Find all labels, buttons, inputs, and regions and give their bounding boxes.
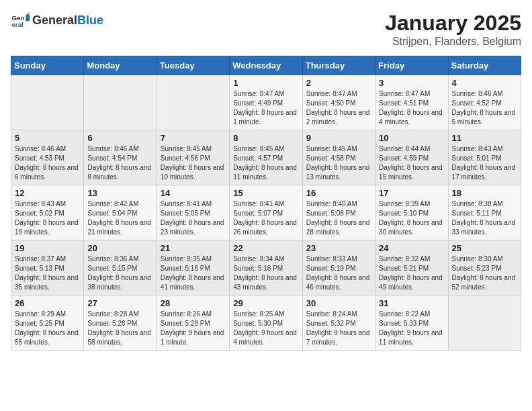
cell-info: Sunrise: 8:41 AMSunset: 5:05 PMDaylight:…: [161, 199, 226, 237]
day-number: 25: [452, 243, 517, 253]
day-number: 3: [379, 78, 444, 88]
weekday-header-thursday: Thursday: [302, 56, 375, 75]
calendar-cell: 12Sunrise: 8:43 AMSunset: 5:02 PMDayligh…: [11, 185, 84, 240]
calendar-cell: 4Sunrise: 8:46 AMSunset: 4:52 PMDaylight…: [448, 75, 521, 130]
cell-info: Sunrise: 8:46 AMSunset: 4:52 PMDaylight:…: [452, 89, 517, 127]
day-number: 30: [306, 298, 371, 308]
cell-info: Sunrise: 8:33 AMSunset: 5:19 PMDaylight:…: [306, 255, 371, 292]
weekday-header-wednesday: Wednesday: [230, 56, 302, 75]
day-number: 22: [233, 243, 298, 253]
cell-info: Sunrise: 8:47 AMSunset: 4:49 PMDaylight:…: [233, 89, 298, 127]
weekday-header-saturday: Saturday: [448, 56, 521, 75]
weekday-header-row: SundayMondayTuesdayWednesdayThursdayFrid…: [11, 56, 521, 75]
calendar-cell: 7Sunrise: 8:45 AMSunset: 4:56 PMDaylight…: [157, 130, 229, 185]
cell-info: Sunrise: 8:45 AMSunset: 4:56 PMDaylight:…: [161, 144, 226, 182]
day-number: 23: [306, 243, 371, 253]
svg-marker-2: [26, 15, 30, 21]
day-number: 19: [15, 243, 80, 253]
calendar-cell: 10Sunrise: 8:44 AMSunset: 4:59 PMDayligh…: [375, 130, 448, 185]
calendar-cell: 6Sunrise: 8:46 AMSunset: 4:54 PMDaylight…: [84, 130, 157, 185]
calendar-cell: 17Sunrise: 8:39 AMSunset: 5:10 PMDayligh…: [375, 185, 448, 240]
cell-info: Sunrise: 8:37 AMSunset: 5:13 PMDaylight:…: [15, 255, 80, 292]
cell-info: Sunrise: 8:46 AMSunset: 4:54 PMDaylight:…: [87, 144, 152, 182]
calendar-header: SundayMondayTuesdayWednesdayThursdayFrid…: [11, 56, 521, 75]
calendar-cell: 23Sunrise: 8:33 AMSunset: 5:19 PMDayligh…: [302, 240, 375, 295]
calendar-cell: [11, 75, 84, 130]
calendar-cell: 11Sunrise: 8:43 AMSunset: 5:01 PMDayligh…: [448, 130, 521, 185]
day-number: 17: [379, 188, 444, 198]
cell-info: Sunrise: 8:29 AMSunset: 5:25 PMDaylight:…: [15, 310, 80, 347]
calendar-cell: [448, 295, 521, 351]
calendar-cell: 15Sunrise: 8:41 AMSunset: 5:07 PMDayligh…: [230, 185, 302, 240]
calendar-week-2: 5Sunrise: 8:46 AMSunset: 4:53 PMDaylight…: [11, 130, 521, 185]
calendar-title: January 2025: [385, 11, 521, 36]
day-number: 27: [87, 298, 152, 308]
cell-info: Sunrise: 8:42 AMSunset: 5:04 PMDaylight:…: [87, 199, 152, 237]
cell-info: Sunrise: 8:40 AMSunset: 5:08 PMDaylight:…: [306, 199, 371, 237]
calendar-cell: 16Sunrise: 8:40 AMSunset: 5:08 PMDayligh…: [302, 185, 375, 240]
cell-info: Sunrise: 8:45 AMSunset: 4:57 PMDaylight:…: [233, 144, 298, 182]
logo: Gen eral General Blue: [11, 11, 103, 30]
calendar-cell: 21Sunrise: 8:35 AMSunset: 5:16 PMDayligh…: [157, 240, 229, 295]
cell-info: Sunrise: 8:43 AMSunset: 5:01 PMDaylight:…: [452, 144, 517, 182]
cell-info: Sunrise: 8:38 AMSunset: 5:11 PMDaylight:…: [452, 199, 517, 237]
calendar-table: SundayMondayTuesdayWednesdayThursdayFrid…: [11, 56, 521, 351]
calendar-cell: 24Sunrise: 8:32 AMSunset: 5:21 PMDayligh…: [375, 240, 448, 295]
svg-marker-3: [28, 13, 30, 15]
calendar-week-5: 26Sunrise: 8:29 AMSunset: 5:25 PMDayligh…: [11, 295, 521, 351]
calendar-cell: 26Sunrise: 8:29 AMSunset: 5:25 PMDayligh…: [11, 295, 84, 351]
calendar-cell: 20Sunrise: 8:36 AMSunset: 5:15 PMDayligh…: [84, 240, 157, 295]
calendar-cell: 19Sunrise: 8:37 AMSunset: 5:13 PMDayligh…: [11, 240, 84, 295]
day-number: 28: [161, 298, 226, 308]
cell-info: Sunrise: 8:47 AMSunset: 4:50 PMDaylight:…: [306, 89, 371, 127]
cell-info: Sunrise: 8:46 AMSunset: 4:53 PMDaylight:…: [15, 144, 80, 182]
calendar-cell: 25Sunrise: 8:30 AMSunset: 5:23 PMDayligh…: [448, 240, 521, 295]
cell-info: Sunrise: 8:22 AMSunset: 5:33 PMDaylight:…: [379, 310, 444, 347]
day-number: 5: [15, 133, 80, 143]
calendar-body: 1Sunrise: 8:47 AMSunset: 4:49 PMDaylight…: [11, 75, 521, 351]
cell-info: Sunrise: 8:24 AMSunset: 5:32 PMDaylight:…: [306, 310, 371, 347]
day-number: 16: [306, 188, 371, 198]
day-number: 29: [233, 298, 298, 308]
day-number: 9: [306, 133, 371, 143]
day-number: 7: [161, 133, 226, 143]
calendar-cell: 2Sunrise: 8:47 AMSunset: 4:50 PMDaylight…: [302, 75, 375, 130]
day-number: 26: [15, 298, 80, 308]
cell-info: Sunrise: 8:43 AMSunset: 5:02 PMDaylight:…: [15, 199, 80, 237]
day-number: 8: [233, 133, 298, 143]
day-number: 20: [87, 243, 152, 253]
cell-info: Sunrise: 8:45 AMSunset: 4:58 PMDaylight:…: [306, 144, 371, 182]
calendar-cell: 30Sunrise: 8:24 AMSunset: 5:32 PMDayligh…: [302, 295, 375, 351]
day-number: 24: [379, 243, 444, 253]
page-header: Gen eral General Blue January 2025 Strij…: [11, 11, 521, 48]
weekday-header-tuesday: Tuesday: [157, 56, 229, 75]
cell-info: Sunrise: 8:36 AMSunset: 5:15 PMDaylight:…: [87, 255, 152, 292]
cell-info: Sunrise: 8:39 AMSunset: 5:10 PMDaylight:…: [379, 199, 444, 237]
calendar-cell: 29Sunrise: 8:25 AMSunset: 5:30 PMDayligh…: [230, 295, 302, 351]
day-number: 21: [161, 243, 226, 253]
day-number: 6: [87, 133, 152, 143]
day-number: 31: [379, 298, 444, 308]
calendar-week-4: 19Sunrise: 8:37 AMSunset: 5:13 PMDayligh…: [11, 240, 521, 295]
day-number: 10: [379, 133, 444, 143]
calendar-cell: 18Sunrise: 8:38 AMSunset: 5:11 PMDayligh…: [448, 185, 521, 240]
svg-text:eral: eral: [11, 21, 24, 28]
weekday-header-monday: Monday: [84, 56, 157, 75]
logo-icon: Gen eral: [11, 11, 30, 30]
calendar-cell: 5Sunrise: 8:46 AMSunset: 4:53 PMDaylight…: [11, 130, 84, 185]
day-number: 11: [452, 133, 517, 143]
logo-general-text: General: [32, 13, 77, 28]
cell-info: Sunrise: 8:44 AMSunset: 4:59 PMDaylight:…: [379, 144, 444, 182]
calendar-cell: 14Sunrise: 8:41 AMSunset: 5:05 PMDayligh…: [157, 185, 229, 240]
day-number: 18: [452, 188, 517, 198]
logo-blue-text: Blue: [77, 13, 103, 28]
calendar-week-1: 1Sunrise: 8:47 AMSunset: 4:49 PMDaylight…: [11, 75, 521, 130]
cell-info: Sunrise: 8:35 AMSunset: 5:16 PMDaylight:…: [161, 255, 226, 292]
cell-info: Sunrise: 8:28 AMSunset: 5:26 PMDaylight:…: [87, 310, 152, 347]
calendar-cell: 27Sunrise: 8:28 AMSunset: 5:26 PMDayligh…: [84, 295, 157, 351]
calendar-cell: 3Sunrise: 8:47 AMSunset: 4:51 PMDaylight…: [375, 75, 448, 130]
day-number: 14: [161, 188, 226, 198]
calendar-cell: 28Sunrise: 8:26 AMSunset: 5:28 PMDayligh…: [157, 295, 229, 351]
calendar-cell: 8Sunrise: 8:45 AMSunset: 4:57 PMDaylight…: [230, 130, 302, 185]
weekday-header-sunday: Sunday: [11, 56, 84, 75]
